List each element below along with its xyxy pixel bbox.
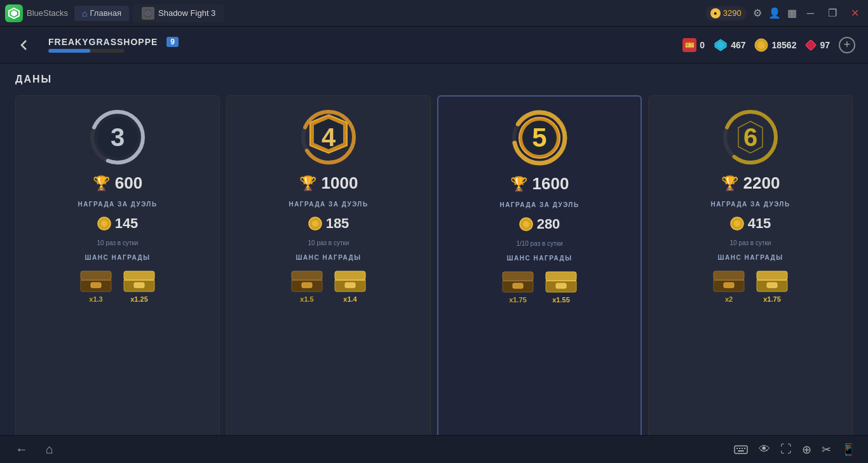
svg-rect-19	[124, 271, 154, 280]
trophy-row-4: 🏆 1000	[299, 173, 358, 193]
close-button[interactable]: ✕	[847, 6, 863, 20]
dan-badge-4: 4	[300, 109, 357, 166]
fullscreen-icon[interactable]: ⛶	[780, 443, 792, 456]
header-resources: 🎫 0 467 18562 97 +	[682, 37, 855, 53]
reward-coin-icon-3	[97, 217, 111, 231]
chests-row-3: x1.3 x1.25	[79, 269, 156, 303]
svg-rect-16	[91, 283, 101, 288]
chance-label-6: ШАНС НАГРАДЫ	[718, 254, 783, 261]
svg-point-7	[757, 41, 765, 49]
chest-gold-3: x1.25	[123, 269, 156, 303]
restore-button[interactable]: ❐	[824, 6, 841, 20]
chest-gold-svg-3	[123, 269, 156, 293]
chest-gold-5: x1.55	[545, 269, 578, 304]
chest-brown-5: x1.75	[501, 269, 534, 304]
chest-brown-mult-3: x1.3	[89, 295, 102, 303]
chest-gold-mult-3: x1.25	[130, 295, 148, 303]
tablet-icon[interactable]: 📱	[841, 443, 855, 457]
svg-rect-48	[556, 283, 566, 288]
chest-brown-3: x1.3	[79, 269, 112, 303]
trophy-row-3: 🏆 600	[93, 173, 142, 193]
chest-brown-svg-5	[501, 269, 534, 293]
add-resource-button[interactable]: +	[839, 37, 855, 53]
chest-gold-mult-5: x1.55	[552, 296, 570, 304]
player-info: FREAKYGRASSHOPPE 9	[48, 37, 179, 53]
resource-rubies: 97	[805, 39, 830, 51]
chest-gold-svg-4	[334, 269, 367, 293]
chests-row-6: x2 x1.75	[712, 269, 789, 303]
chance-label-3: ШАНС НАГРАДЫ	[85, 254, 151, 261]
trophy-icon-5: 🏆	[510, 176, 527, 192]
trophy-count-5: 1600	[532, 174, 569, 194]
chest-brown-mult-4: x1.5	[300, 295, 313, 303]
chest-gold-svg-6	[756, 269, 789, 293]
reward-label-6: НАГРАДА ЗА ДУЭЛЬ	[710, 201, 790, 208]
bluestacks-label: BlueStacks	[27, 8, 68, 18]
game-tab[interactable]: Shadow Fight 3	[133, 4, 224, 22]
section-title: ДАНЫ	[15, 74, 853, 85]
svg-rect-67	[742, 448, 743, 449]
chest-brown-6: x2	[712, 269, 745, 303]
back-button[interactable]	[13, 34, 36, 57]
reward-coins-value-3: 145	[115, 215, 139, 232]
chest-brown-svg-3	[79, 269, 112, 293]
reward-coins-value-6: 415	[748, 215, 771, 232]
reward-coins-row-3: 145	[97, 215, 139, 232]
scissors-icon[interactable]: ✂	[822, 443, 831, 457]
svg-rect-29	[292, 271, 322, 280]
coins-count: 18562	[771, 40, 796, 50]
chest-gold-6: x1.75	[756, 269, 789, 303]
dan-card-4[interactable]: 4 🏆 1000 НАГРАДА ЗА ДУЭЛЬ 185 10 раз в с…	[226, 95, 431, 435]
trophy-icon-6: 🏆	[721, 175, 738, 192]
svg-point-41	[523, 221, 529, 227]
location-icon[interactable]: ⊕	[802, 443, 811, 457]
nav-home-button[interactable]: ⌂	[43, 440, 56, 459]
dan-card-3[interactable]: 3 🏆 600 НАГРАДА ЗА ДУЭЛЬ 145 10 раз в су…	[15, 95, 220, 435]
chest-brown-4: x1.5	[290, 269, 323, 303]
svg-rect-57	[714, 271, 744, 280]
reward-coins-row-6: 415	[730, 215, 771, 232]
network-icon[interactable]: ▦	[787, 7, 797, 19]
trophy-row-6: 🏆 2200	[721, 173, 780, 193]
svg-rect-65	[736, 448, 738, 449]
coin-icon: ●	[710, 8, 721, 18]
dan-card-6[interactable]: 6 🏆 2200 НАГРАДА ЗА ДУЭЛЬ 415 10 раз в с…	[648, 95, 853, 435]
reward-coins-value-4: 185	[326, 215, 349, 232]
svg-rect-58	[724, 283, 734, 288]
svg-point-55	[734, 220, 740, 227]
trophy-icon-3: 🏆	[93, 175, 110, 192]
svg-rect-61	[757, 271, 787, 280]
reward-rate-3: 10 раз в сутки	[97, 239, 139, 246]
main-tab[interactable]: ⌂ Главная	[74, 6, 129, 21]
dan-number-4: 4	[322, 123, 336, 152]
svg-rect-8	[806, 39, 817, 50]
reward-coin-icon-5	[519, 217, 533, 231]
chance-label-4: ШАНС НАГРАДЫ	[296, 254, 362, 261]
settings-icon[interactable]: ⚙	[753, 7, 762, 19]
eye-icon[interactable]: 👁	[759, 443, 770, 456]
coin-badge: ● 3290	[705, 6, 747, 20]
gems-icon	[714, 38, 728, 52]
game-tab-icon	[142, 7, 154, 20]
game-header: FREAKYGRASSHOPPE 9 🎫 0 467 18562	[0, 27, 868, 64]
bottom-bar: ← ⌂ 👁 ⛶ ⊕ ✂ 📱	[0, 435, 868, 463]
dan-badge-3: 3	[89, 109, 146, 166]
reward-rate-6: 10 раз в сутки	[730, 239, 771, 246]
chest-gold-mult-6: x1.75	[763, 295, 781, 303]
svg-rect-66	[739, 448, 740, 449]
chest-brown-svg-4	[290, 269, 323, 293]
title-bar: BlueStacks ⌂ Главная Shadow Fight 3 ● 32…	[0, 0, 868, 27]
svg-rect-33	[335, 271, 365, 280]
nav-back-button[interactable]: ←	[13, 440, 31, 459]
svg-rect-20	[134, 283, 144, 288]
notifications-icon[interactable]: 👤	[768, 7, 781, 19]
minimize-button[interactable]: ─	[803, 6, 818, 20]
keyboard-icon[interactable]	[733, 442, 749, 457]
reward-coin-icon-4	[308, 217, 322, 231]
reward-rate-5: 1/10 раз в сутки	[516, 240, 562, 247]
rubies-count: 97	[820, 40, 830, 50]
chests-row-5: x1.75 x1.55	[501, 269, 578, 304]
reward-rate-4: 10 раз в сутки	[308, 239, 349, 246]
reward-label-4: НАГРАДА ЗА ДУЭЛЬ	[288, 201, 368, 208]
dan-card-5[interactable]: 5 🏆 1600 НАГРАДА ЗА ДУЭЛЬ 280 1/10 раз в…	[437, 95, 642, 435]
